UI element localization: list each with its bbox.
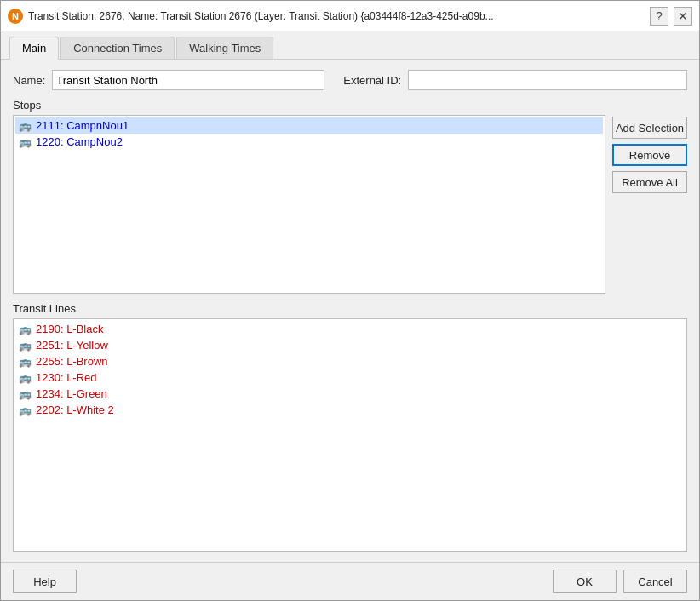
ok-button[interactable]: OK — [553, 570, 617, 593]
stops-side-buttons: Add Selection Remove Remove All — [612, 115, 687, 294]
main-window: N Transit Station: 2676, Name: Transit S… — [0, 0, 700, 601]
transit-line-text: 1234: L-Green — [36, 387, 107, 400]
transit-line-text: 2202: L-White 2 — [36, 404, 114, 416]
remove-all-button[interactable]: Remove All — [612, 171, 687, 193]
footer-right: OK Cancel — [553, 570, 687, 593]
list-item[interactable]: 🚌 2111: CampnNou1 — [15, 117, 603, 134]
stops-section-body: 🚌 2111: CampnNou1 🚌 1220: CampNou2 Add S… — [13, 115, 687, 294]
transit-lines-section: Transit Lines 🚌 2190: L-Black 🚌 2251: L-… — [13, 302, 687, 552]
tab-main[interactable]: Main — [9, 37, 59, 60]
list-item[interactable]: 🚌 1220: CampNou2 — [15, 134, 603, 150]
transit-lines-label: Transit Lines — [13, 302, 687, 315]
app-icon: N — [8, 9, 23, 24]
bus-icon: 🚌 — [19, 356, 32, 368]
list-item[interactable]: 🚌 2251: L-Yellow — [15, 337, 685, 353]
external-id-input[interactable] — [408, 70, 687, 90]
list-item[interactable]: 🚌 2255: L-Brown — [15, 353, 685, 369]
title-bar: N Transit Station: 2676, Name: Transit S… — [1, 1, 699, 31]
tab-connection-times[interactable]: Connection Times — [60, 37, 175, 59]
footer: Help OK Cancel — [1, 562, 699, 600]
transit-line-text: 2255: L-Brown — [36, 355, 108, 368]
window-title: Transit Station: 2676, Name: Transit Sta… — [28, 10, 494, 22]
tab-bar: Main Connection Times Walking Times — [1, 31, 699, 60]
stops-list[interactable]: 🚌 2111: CampnNou1 🚌 1220: CampNou2 — [13, 115, 605, 294]
title-bar-left: N Transit Station: 2676, Name: Transit S… — [8, 9, 650, 24]
remove-button[interactable]: Remove — [612, 144, 687, 166]
transit-line-text: 2190: L-Black — [36, 323, 104, 335]
name-label: Name: — [13, 74, 45, 87]
bus-icon: 🚌 — [19, 404, 32, 416]
transit-line-text: 1230: L-Red — [36, 371, 97, 384]
bus-icon: 🚌 — [19, 323, 32, 335]
external-id-label: External ID: — [343, 74, 401, 87]
bus-icon: 🚌 — [19, 120, 32, 132]
list-item[interactable]: 🚌 1234: L-Green — [15, 386, 685, 402]
name-row: Name: External ID: — [13, 70, 687, 90]
bus-icon: 🚌 — [19, 340, 32, 352]
bus-icon: 🚌 — [19, 372, 32, 384]
transit-lines-list[interactable]: 🚌 2190: L-Black 🚌 2251: L-Yellow 🚌 2255:… — [13, 318, 687, 552]
name-input[interactable] — [52, 70, 324, 90]
close-button[interactable]: ✕ — [674, 7, 692, 26]
list-item[interactable]: 🚌 1230: L-Red — [15, 369, 685, 386]
help-button[interactable]: Help — [13, 570, 77, 593]
bus-icon: 🚌 — [19, 388, 32, 400]
stop-item-text: 1220: CampNou2 — [36, 135, 123, 148]
stops-label: Stops — [13, 99, 687, 112]
title-bar-right: ? ✕ — [650, 7, 692, 26]
help-icon-button[interactable]: ? — [650, 7, 668, 26]
bus-icon: 🚌 — [19, 136, 32, 148]
tab-walking-times[interactable]: Walking Times — [176, 37, 273, 59]
cancel-button[interactable]: Cancel — [623, 570, 687, 593]
transit-line-text: 2251: L-Yellow — [36, 339, 108, 352]
stops-section: Stops 🚌 2111: CampnNou1 🚌 1220: CampNou2… — [13, 99, 687, 294]
list-item[interactable]: 🚌 2202: L-White 2 — [15, 402, 685, 418]
stop-item-text: 2111: CampnNou1 — [36, 119, 129, 132]
add-selection-button[interactable]: Add Selection — [612, 117, 687, 139]
main-content: Name: External ID: Stops 🚌 2111: CampnNo… — [1, 60, 699, 562]
list-item[interactable]: 🚌 2190: L-Black — [15, 321, 685, 337]
